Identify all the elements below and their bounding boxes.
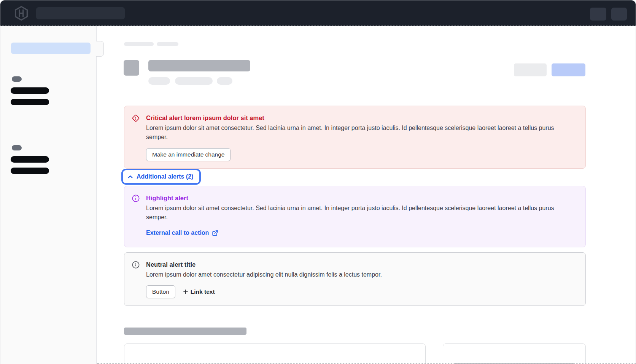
breadcrumb-placeholder — [124, 42, 154, 46]
critical-alert-content: Critical alert lorem ipsum dolor sit ame… — [146, 113, 576, 161]
neutral-alert-button[interactable]: Button — [146, 285, 175, 298]
sidebar-selected-item-placeholder[interactable] — [11, 43, 91, 54]
page-icon-placeholder — [124, 60, 139, 76]
nav-action-placeholder[interactable] — [590, 8, 606, 21]
additional-alerts-toggle-label: Additional alerts (2) — [137, 172, 193, 181]
main-content: Critical alert lorem ipsum dolor sit ame… — [97, 26, 636, 364]
sidebar-item-placeholder[interactable] — [11, 87, 49, 94]
info-circle-icon — [132, 194, 140, 203]
highlight-alert-link-label: External call to action — [146, 228, 209, 237]
sidebar-collapse-handle[interactable] — [96, 41, 104, 57]
neutral-alert-title: Neutral alert title — [146, 260, 382, 269]
sidebar-section-label-placeholder — [12, 145, 22, 150]
nav-account-placeholder[interactable] — [611, 8, 627, 21]
section-title-placeholder — [124, 328, 246, 335]
critical-alert-title: Critical alert lorem ipsum dolor sit ame… — [146, 113, 576, 122]
highlight-alert-content: Highlight alert Lorem ipsum dolor sit am… — [146, 193, 576, 237]
neutral-alert-content: Neutral alert title Lorem ipsum dolor am… — [146, 260, 382, 298]
critical-alert-action-button[interactable]: Make an immediate change — [146, 148, 231, 161]
app-window: Critical alert lorem ipsum dolor sit ame… — [0, 0, 636, 364]
external-link-icon — [212, 230, 218, 236]
neutral-alert-link[interactable]: Link text — [183, 288, 215, 295]
critical-alert-body: Lorem ipsum dolor sit amet consectetur. … — [146, 123, 576, 141]
breadcrumb-placeholder — [157, 42, 178, 46]
highlight-alert-external-link[interactable]: External call to action — [146, 228, 218, 237]
highlight-alert-body: Lorem ipsum dolor sit amet consectetur. … — [146, 204, 576, 222]
plus-icon — [183, 290, 188, 294]
page-meta-placeholder — [148, 77, 170, 85]
neutral-alert-actions: Button Link text — [146, 285, 382, 298]
chevron-up-icon — [128, 175, 133, 179]
page-meta-placeholder — [175, 77, 213, 85]
neutral-alert-body: Lorem ipsum dolor amet consectetur adipi… — [146, 270, 382, 279]
page-title-placeholder — [148, 60, 250, 71]
primary-action-placeholder[interactable] — [552, 63, 585, 76]
sidebar — [0, 26, 97, 364]
sidebar-item-placeholder[interactable] — [11, 156, 49, 163]
highlight-alert: Highlight alert Lorem ipsum dolor sit am… — [124, 186, 586, 247]
sidebar-item-placeholder[interactable] — [11, 99, 49, 105]
top-navbar — [0, 0, 636, 26]
secondary-action-placeholder[interactable] — [514, 63, 547, 76]
critical-alert: Critical alert lorem ipsum dolor sit ame… — [124, 106, 586, 169]
neutral-alert: Neutral alert title Lorem ipsum dolor am… — [124, 252, 586, 306]
hashicorp-logo-icon — [13, 5, 29, 21]
highlight-alert-title: Highlight alert — [146, 193, 576, 203]
sidebar-item-placeholder[interactable] — [11, 168, 49, 174]
content-card — [443, 343, 586, 364]
search-input[interactable] — [36, 7, 125, 19]
alert-diamond-icon — [132, 114, 140, 122]
neutral-alert-link-label: Link text — [191, 288, 215, 295]
additional-alerts-toggle[interactable]: Additional alerts (2) — [121, 169, 201, 185]
info-circle-icon — [132, 261, 140, 269]
sidebar-section-label-placeholder — [12, 76, 22, 82]
content-card — [124, 343, 426, 364]
page-meta-placeholder — [217, 77, 232, 85]
